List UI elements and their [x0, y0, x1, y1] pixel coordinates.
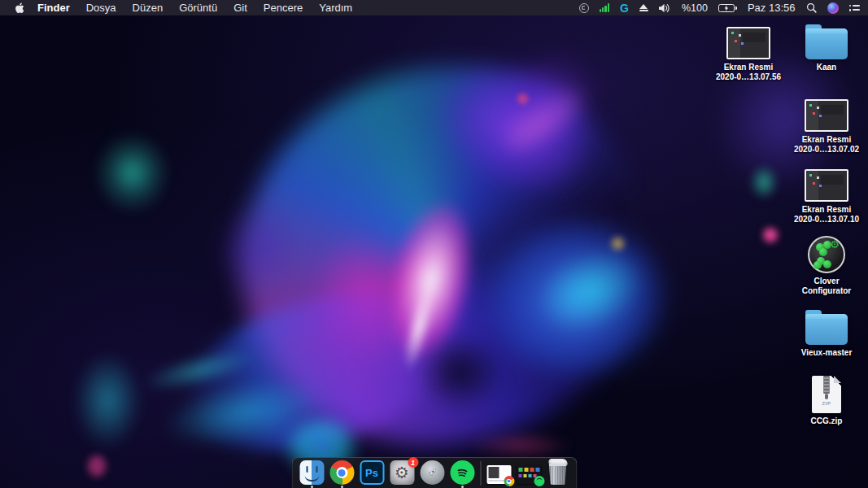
menu-duzen[interactable]: Düzen [124, 0, 172, 15]
launchpad-icon [420, 460, 444, 485]
menu-dosya[interactable]: Dosya [78, 0, 124, 15]
chrome-icon [329, 460, 354, 485]
zip-doc-text: ZIP [812, 401, 841, 406]
label-line1: Clover [802, 277, 852, 286]
apple-menu-icon[interactable] [10, 2, 29, 14]
macos-desktop: Finder Dosya Düzen Görüntü Git Pencere Y… [0, 0, 868, 488]
desktop-icon-label: Ekran Resmi 2020-0…13.07.56 [716, 63, 781, 82]
screenshot-thumbnail-icon [726, 27, 770, 59]
desktop-icon-folder-kaan[interactable]: Kaan [787, 24, 866, 72]
signal-bars-icon[interactable] [600, 3, 610, 12]
folder-icon [805, 314, 848, 345]
gear-icon [395, 464, 409, 481]
battery-percentage[interactable]: %100 [682, 2, 708, 14]
battery-body [718, 4, 735, 12]
spotify-badge-icon [534, 476, 544, 486]
charging-bolt-icon [724, 5, 729, 11]
label-line1: Ekran Resmi [794, 205, 859, 215]
desktop-icon-screenshot-3[interactable]: Ekran Resmi 2020-0…13.07.10 [787, 169, 866, 224]
apple-logo-icon [15, 2, 24, 14]
dock-photoshop[interactable]: Ps [360, 460, 384, 485]
menu-bar-left: Finder Dosya Düzen Görüntü Git Pencere Y… [10, 0, 360, 15]
battery-charging-icon[interactable] [718, 4, 737, 12]
creative-cloud-icon[interactable] [579, 3, 589, 13]
notification-badge: 1 [408, 457, 418, 468]
desktop-icon-label: Kaan [817, 63, 836, 72]
spotify-icon [450, 460, 474, 485]
trash-can-icon [547, 464, 568, 485]
dock-minimized-chrome-window[interactable] [486, 465, 511, 485]
dock-separator [480, 461, 481, 486]
menu-bar: Finder Dosya Düzen Görüntü Git Pencere Y… [0, 0, 868, 15]
dock: Ps 1 [291, 457, 577, 488]
dock-trash[interactable] [547, 458, 569, 485]
desktop-icon-ccg-zip[interactable]: ZIP CCG.zip [787, 374, 866, 426]
label-line2: Configurator [802, 286, 852, 296]
dock-launchpad[interactable] [420, 460, 444, 485]
logitech-g-icon[interactable]: G [620, 2, 629, 14]
desktop-icon-screenshot-1[interactable]: Ekran Resmi 2020-0…13.07.56 [709, 27, 787, 82]
screenshot-thumbnail-icon [805, 169, 848, 202]
eject-icon[interactable] [639, 4, 648, 12]
desktop-icon-label: Ekran Resmi 2020-0…13.07.10 [794, 205, 859, 224]
photoshop-icon: Ps [360, 460, 384, 485]
label-line2: 2020-0…13.07.02 [794, 145, 859, 155]
label-line2: 2020-0…13.07.56 [716, 72, 781, 82]
desktop-icon-label: Clover Configurator [802, 277, 852, 296]
spotlight-search-icon[interactable] [806, 2, 817, 13]
notification-center-icon[interactable] [849, 5, 861, 11]
menu-pencere[interactable]: Pencere [255, 0, 311, 15]
dock-system-preferences[interactable]: 1 [390, 460, 414, 485]
desktop-icon-screenshot-2[interactable]: Ekran Resmi 2020-0…13.07.02 [787, 99, 866, 155]
zip-file-icon: ZIP [812, 376, 841, 413]
menu-yardim[interactable]: Yardım [311, 0, 360, 15]
dock-google-chrome[interactable] [329, 460, 354, 485]
folder-icon [805, 28, 848, 59]
dock-finder[interactable] [299, 460, 324, 485]
label-line2: 2020-0…13.07.10 [794, 215, 859, 224]
siri-icon[interactable] [827, 2, 839, 14]
desktop-icon-folder-vieux-master[interactable]: Vieux-master [787, 310, 866, 358]
label-line1: Ekran Resmi [716, 63, 781, 72]
menu-goruntu[interactable]: Görüntü [171, 0, 225, 15]
clover-configurator-icon [808, 236, 845, 273]
volume-icon[interactable] [659, 3, 671, 13]
finder-icon [299, 460, 324, 485]
menu-bar-status: G %100 Paz 13:56 [579, 0, 860, 15]
app-menu-finder[interactable]: Finder [29, 0, 78, 15]
desktop-icon-label: Ekran Resmi 2020-0…13.07.02 [794, 135, 859, 155]
desktop-icon-label: Vieux-master [801, 348, 853, 358]
screenshot-thumbnail-icon [805, 99, 848, 132]
minimized-window-thumbnail [486, 465, 511, 484]
label-line1: Ekran Resmi [794, 135, 859, 145]
chrome-badge-icon [504, 476, 514, 486]
menu-bar-clock[interactable]: Paz 13:56 [748, 2, 796, 14]
desktop-icon-label: CCG.zip [811, 416, 843, 426]
minimized-window-thumbnail [517, 465, 541, 484]
dock-spotify[interactable] [450, 460, 474, 485]
spotify-waves-icon [454, 464, 470, 481]
menu-git[interactable]: Git [225, 0, 255, 15]
desktop-icon-clover-configurator[interactable]: Clover Configurator [787, 236, 866, 296]
rocket-icon [425, 466, 439, 480]
battery-nub [735, 7, 737, 10]
dock-minimized-spotify-window[interactable] [517, 465, 541, 485]
